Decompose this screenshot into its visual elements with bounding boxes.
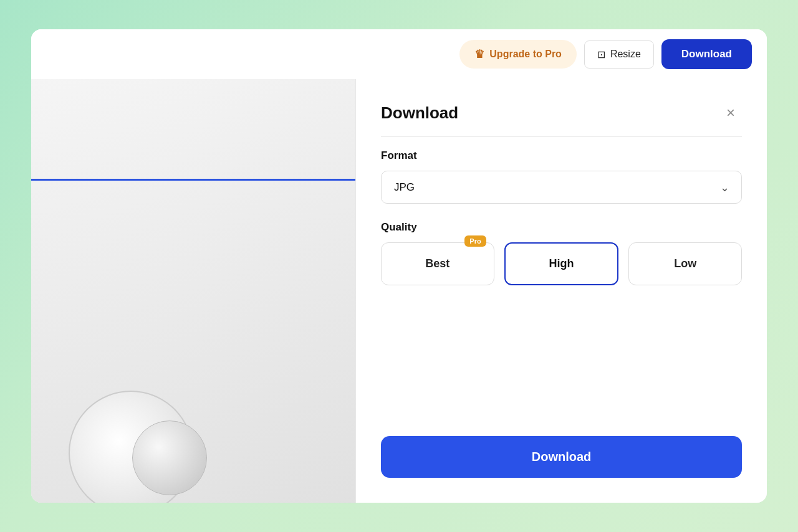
upgrade-label: Upgrade to Pro [489, 49, 562, 60]
format-select-wrapper: JPG PNG WEBP PDF ⌄ [381, 171, 742, 204]
quality-high-label: High [549, 257, 574, 270]
canvas-background [31, 79, 399, 503]
download-action-button[interactable]: Download [381, 436, 742, 478]
quality-option-high[interactable]: High [504, 242, 619, 285]
device-inner [132, 420, 207, 495]
resize-button[interactable]: ⊡ Resize [584, 40, 654, 69]
panel-header: Download × [381, 102, 742, 124]
app-container: ♛ Upgrade to Pro ⊡ Resize Download Downl… [31, 29, 767, 503]
quality-best-label: Best [425, 257, 449, 270]
quality-option-best[interactable]: Pro Best [381, 242, 494, 285]
close-icon: × [726, 104, 735, 121]
quality-label: Quality [381, 221, 742, 234]
download-panel: Download × Format JPG PNG WEBP PDF ⌄ Qua… [355, 79, 767, 503]
upgrade-button[interactable]: ♛ Upgrade to Pro [459, 40, 577, 69]
resize-icon: ⊡ [597, 49, 605, 60]
resize-label: Resize [610, 49, 641, 60]
format-label: Format [381, 150, 742, 162]
download-header-button[interactable]: Download [661, 39, 752, 69]
quality-low-label: Low [674, 257, 696, 270]
quality-option-low[interactable]: Low [628, 242, 742, 285]
toolbar: ♛ Upgrade to Pro ⊡ Resize Download [31, 29, 767, 79]
quality-section: Quality Pro Best High Low [381, 221, 742, 285]
format-section: Format JPG PNG WEBP PDF ⌄ [381, 150, 742, 204]
panel-title: Download [381, 103, 458, 123]
canvas-line [31, 179, 399, 181]
divider-1 [381, 136, 742, 137]
pro-badge: Pro [464, 235, 486, 247]
format-select[interactable]: JPG PNG WEBP PDF [381, 171, 742, 204]
close-button[interactable]: × [719, 102, 742, 124]
quality-options: Pro Best High Low [381, 242, 742, 285]
crown-icon: ♛ [474, 47, 484, 61]
device-circle [69, 391, 193, 503]
